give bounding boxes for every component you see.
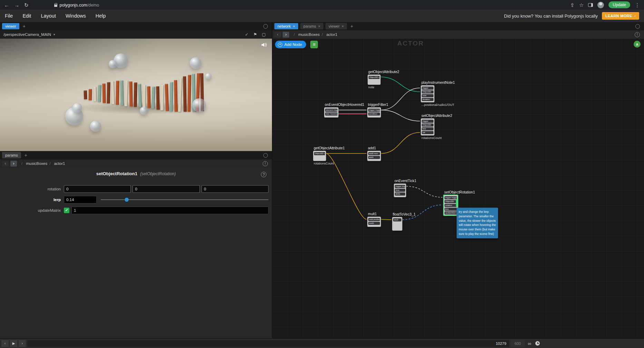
network-tab-add-button[interactable]: + [349,23,354,29]
info-icon[interactable]: ! [635,32,640,37]
close-icon[interactable]: × [293,24,295,28]
viewer-tab-add-button[interactable]: + [21,23,27,29]
timeline-bar: ‹ ▶ › 10279 600 ∞ [0,338,644,348]
lerp-input[interactable] [64,196,97,203]
realtime-clock-icon[interactable] [535,341,540,346]
speaker-icon[interactable] [261,42,267,49]
node-canvas[interactable]: ACTOR + Add Node ≡ ∧ try and change the … [272,39,644,338]
node-playInstrumentNote1[interactable]: playInstrumentNote1triggerObject3Dnotedu… [421,85,435,102]
current-frame: 10279 [496,341,509,346]
node-param-row: trigger [422,87,433,90]
tab-params[interactable]: params × [300,23,323,29]
play-button[interactable]: ▶ [10,340,17,347]
close-icon[interactable]: × [342,24,344,28]
viewport-flag-icon[interactable]: ⚑ [253,32,257,37]
params-history-forward-button[interactable]: › [10,161,17,167]
viewport-scene[interactable] [0,39,272,151]
viewer-tabbar: viewer + [0,22,272,30]
profile-avatar[interactable] [597,2,604,8]
tab-viewer[interactable]: viewer × [325,23,347,29]
browser-forward-button[interactable]: → [14,2,19,8]
node-getObjectAttribute2[interactable]: getObjectAttribute2Object3D valnote [368,74,381,85]
viewport-fullscreen-icon[interactable]: ▢ [262,32,266,37]
viewer-status-ring-icon[interactable] [263,24,268,29]
learn-more-arrow-icon: › [634,14,636,18]
node-getObjectAttribute1[interactable]: getObjectAttribute1Object3D valrotations… [313,151,326,161]
node-setObjectRotation1[interactable]: setObjectRotation1trigger triggerObject3… [443,195,458,216]
network-history-forward-button[interactable]: › [283,32,289,38]
music-bar [174,80,178,112]
browser-update-button[interactable]: Update [608,1,630,8]
rotation-x-input[interactable] [64,185,131,193]
prev-frame-button[interactable]: ‹ [1,340,9,347]
viewport-check-icon[interactable]: ✓ [245,32,248,37]
menu-item-windows[interactable]: Windows [66,13,86,19]
updatematrix-input[interactable] [71,207,269,214]
learn-more-button[interactable]: LEARN MORE › [602,12,639,20]
help-icon[interactable]: ? [261,172,266,177]
add-node-button[interactable]: + Add Node [275,41,306,48]
tab-network[interactable]: network × [274,23,298,29]
wire [381,219,391,220]
node-mult1[interactable]: mult1mult productmult1 [367,217,381,227]
info-icon[interactable]: ! [263,161,268,166]
node-triggerFilter1[interactable]: triggerFilter1trigger triggercondition [367,107,381,118]
node-add1[interactable]: add1add0 sumadd1 [367,151,381,161]
share-icon[interactable]: ⇧ [570,2,575,8]
add-node-label: Add Node [284,42,302,47]
params-breadcrumb-row: ‹ › musicBoxes actor1 ! [0,159,272,168]
lerp-slider[interactable] [101,196,269,203]
timeline-track[interactable]: 10279 [27,340,509,347]
side-panel-icon[interactable] [588,3,593,7]
browser-back-button[interactable]: ← [4,2,9,8]
params-history-back-button[interactable]: ‹ [2,161,9,167]
lerp-slider-knob[interactable] [125,198,129,202]
menu-item-layout[interactable]: Layout [41,13,56,19]
tab-label: network [277,24,291,28]
rotation-z-input[interactable] [202,185,269,193]
menu-item-help[interactable]: Help [96,13,106,19]
menu-item-file[interactable]: File [5,13,13,19]
end-frame-input[interactable]: 600 [510,340,525,347]
params-status-ring-icon[interactable] [263,153,268,158]
infinity-toggle-icon[interactable]: ∞ [526,341,533,346]
node-onEventObjectHovered1[interactable]: onEventObjectHovered1element triggertrav… [324,107,339,118]
tab-viewer-active[interactable]: viewer [2,23,19,29]
plus-icon: + [278,42,282,47]
node-label: setObjectRotation1 [444,190,475,194]
node-floatToVec3_1[interactable]: floatToVec3_1vec3 [392,217,402,231]
node-param-row: mult1 [368,222,380,225]
params-tab-add-button[interactable]: + [23,152,29,158]
node-param-row: trigger trigger [445,196,457,199]
scroll-top-button[interactable]: ∧ [634,41,641,48]
tab-params-active[interactable]: params [2,152,21,158]
browser-menu-icon[interactable]: ⋮ [635,2,640,8]
menu-item-edit[interactable]: Edit [22,13,31,19]
node-menu-button[interactable]: ≡ [310,41,318,48]
music-bar [107,82,110,103]
node-label: onEventTick1 [394,179,416,183]
next-frame-button[interactable]: › [19,340,26,347]
wire [406,186,442,197]
crumb-musicboxes[interactable]: musicBoxes [21,161,47,166]
rotation-y-input[interactable] [133,185,199,193]
crumb-actor1[interactable]: actor1 [322,32,337,37]
network-history-back-button[interactable]: ‹ [274,32,281,38]
camera-select[interactable]: /perspectiveCamera_MAIN ▾ [3,32,55,37]
network-status-ring-icon[interactable] [635,24,640,29]
address-bar[interactable]: polygonjs.com/demo [54,2,99,8]
node-connections [272,39,644,338]
bookmark-star-icon[interactable]: ☆ [579,2,584,8]
updatematrix-checkbox[interactable]: ✓ [64,208,69,213]
crumb-actor1[interactable]: actor1 [49,161,65,166]
close-icon[interactable]: × [318,24,320,28]
browser-reload-button[interactable]: ↻ [24,2,29,8]
browser-chrome: ← → ↻ polygonjs.com/demo ⇧ ☆ Update ⋮ [0,0,644,10]
url-host: polygonjs.com [60,3,87,8]
node-onEventTick1[interactable]: onEventTick1trigger triggertimedelta [394,183,406,197]
node-tooltip: try and change the lerp parameter. The s… [457,208,498,238]
node-param-row: delta [395,192,405,196]
wire [381,132,420,153]
crumb-musicboxes[interactable]: musicBoxes [294,32,320,37]
node-setObjectAttribute2[interactable]: setObjectAttribute2triggerObject3Dlerpva… [421,118,435,136]
